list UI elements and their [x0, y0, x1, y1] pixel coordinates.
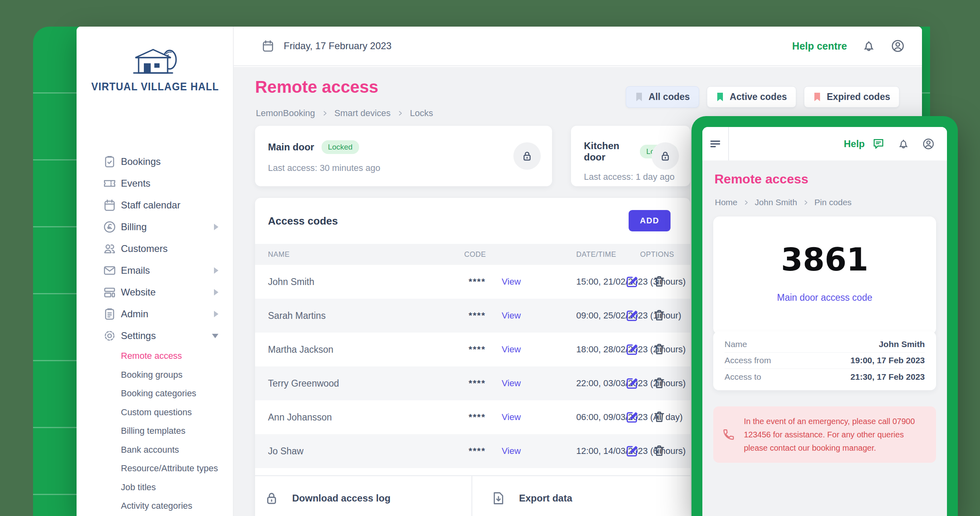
chevron-right-icon [214, 224, 218, 230]
edit-icon[interactable] [625, 410, 639, 424]
cell-name: Martha Jackson [268, 344, 333, 355]
chip-all-codes[interactable]: All codes [626, 86, 699, 108]
sidebar-item-staff-calendar[interactable]: Staff calendar [77, 194, 234, 216]
table-row: Terry Greenwood **** View 22:00, 03/03/2… [255, 366, 690, 400]
submenu-item-booking-groups[interactable]: Booking groups [77, 366, 234, 385]
breadcrumb-item[interactable]: Smart devices [334, 108, 390, 119]
phone-mockup: Help Remote access Home John Smith Pin c… [691, 116, 958, 516]
bell-icon[interactable] [862, 39, 876, 53]
sidebar-item-bookings[interactable]: Bookings [77, 151, 234, 173]
cell-name: Ann Johansson [268, 412, 332, 423]
pin-code-label-link[interactable]: Main door access code [713, 292, 936, 303]
view-link[interactable]: View [502, 378, 521, 389]
edit-icon[interactable] [625, 444, 639, 458]
user-avatar-icon[interactable] [922, 137, 935, 150]
add-button[interactable]: ADD [629, 210, 671, 231]
phone-screen: Help Remote access Home John Smith Pin c… [702, 127, 947, 516]
sidebar-item-label: Settings [121, 330, 156, 341]
bell-icon[interactable] [897, 137, 910, 150]
view-link[interactable]: View [502, 310, 521, 321]
edit-icon[interactable] [625, 342, 639, 356]
sidebar-nav: Bookings Events Staff calendar Billing [77, 151, 234, 516]
access-details-card: Name John Smith Access from 19:00, 17 Fe… [713, 331, 936, 390]
sidebar: VIRTUAL VILLAGE HALL Bookings Events Sta… [77, 27, 234, 516]
emergency-alert-text: In the event of an emergency, please cal… [744, 415, 926, 455]
footer-action-label: Export data [519, 493, 572, 504]
breadcrumb-item[interactable]: Locks [410, 108, 433, 119]
user-avatar-icon[interactable] [891, 39, 905, 53]
submenu-item-custom-questions[interactable]: Custom questions [77, 403, 234, 422]
sidebar-item-label: Emails [121, 265, 150, 276]
trash-icon[interactable] [652, 308, 666, 322]
chip-expired-codes[interactable]: Expired codes [804, 86, 899, 108]
emergency-alert: In the event of an emergency, please cal… [713, 406, 936, 463]
sidebar-item-website[interactable]: Website [77, 281, 234, 303]
breadcrumb-item[interactable]: Home [715, 198, 737, 207]
help-centre-link[interactable]: Help centre [792, 40, 847, 52]
breadcrumb-item[interactable]: John Smith [755, 198, 797, 207]
view-link[interactable]: View [502, 344, 521, 355]
bookmark-icon [635, 92, 643, 102]
browser-windows-icon [103, 285, 116, 299]
lock-button[interactable] [513, 142, 541, 170]
edit-icon[interactable] [625, 308, 639, 322]
breadcrumb: LemonBooking Smart devices Locks [256, 108, 433, 119]
phone-header: Help [702, 127, 947, 160]
trash-icon[interactable] [652, 410, 666, 424]
submenu-item-billing-templates[interactable]: Billing templates [77, 422, 234, 441]
sidebar-item-events[interactable]: Events [77, 173, 234, 194]
sidebar-item-label: Events [121, 178, 150, 189]
view-link[interactable]: View [502, 412, 521, 422]
table-footer: Download access log Export data [255, 475, 690, 516]
file-download-icon [491, 491, 506, 506]
sidebar-item-customers[interactable]: Customers [77, 238, 234, 260]
breadcrumb-item[interactable]: Pin codes [814, 198, 851, 207]
lock-button[interactable] [652, 142, 679, 170]
submenu-item-resource-attribute-types[interactable]: Resource/Attribute types [77, 459, 234, 478]
view-link[interactable]: View [502, 446, 521, 456]
footer-divider [471, 476, 472, 516]
padlock-icon [521, 150, 533, 162]
view-link[interactable]: View [502, 277, 521, 287]
sidebar-item-admin[interactable]: Admin [77, 303, 234, 325]
submenu-item-remote-access[interactable]: Remote access [77, 347, 234, 366]
breadcrumb-item[interactable]: LemonBooking [256, 108, 315, 119]
clipboard-list-icon [103, 307, 116, 321]
submenu-item-activity-categories[interactable]: Activity categories [77, 497, 234, 516]
chat-bubble-icon[interactable] [872, 137, 885, 150]
cell-name: Jo Shaw [268, 446, 303, 457]
ticket-icon [103, 177, 116, 190]
menu-button[interactable] [702, 127, 729, 160]
trash-icon[interactable] [652, 275, 666, 288]
export-data-button[interactable]: Export data [491, 491, 572, 506]
sidebar-item-label: Billing [121, 221, 147, 233]
edit-icon[interactable] [625, 376, 639, 390]
submenu-item-job-titles[interactable]: Job titles [77, 478, 234, 497]
detail-value: 19:00, 17 Feb 2023 [851, 356, 925, 365]
trash-icon[interactable] [652, 376, 666, 390]
chip-label: All codes [649, 92, 690, 102]
door-last-access: Last access: 1 day ago [584, 172, 677, 182]
table-body: John Smith **** View 15:00, 21/02/2023 (… [255, 265, 690, 468]
sidebar-item-billing[interactable]: Billing [77, 216, 234, 238]
chip-active-codes[interactable]: Active codes [707, 86, 796, 108]
bookmark-icon [716, 92, 724, 102]
download-access-log-button[interactable]: Download access log [264, 491, 390, 506]
cell-code: **** [469, 310, 486, 321]
phone-help-link[interactable]: Help [844, 138, 865, 150]
house-egg-logo-icon [129, 47, 181, 77]
pin-code-card: 3861 Main door access code [713, 216, 936, 335]
submenu-item-booking-categories[interactable]: Booking categories [77, 384, 234, 403]
submenu-item-bank-accounts[interactable]: Bank accounts [77, 441, 234, 460]
sidebar-item-settings[interactable]: Settings [77, 325, 234, 347]
sidebar-item-label: Website [121, 287, 156, 298]
column-header-code: CODE [464, 250, 486, 259]
sidebar-item-emails[interactable]: Emails [77, 260, 234, 281]
column-header-name: NAME [268, 250, 290, 259]
sidebar-item-label: Customers [121, 243, 168, 254]
date-label: Friday, 17 February 2023 [284, 40, 392, 52]
trash-icon[interactable] [652, 342, 666, 356]
trash-icon[interactable] [652, 444, 666, 458]
edit-icon[interactable] [625, 275, 639, 288]
phone-handset-icon [721, 428, 735, 441]
